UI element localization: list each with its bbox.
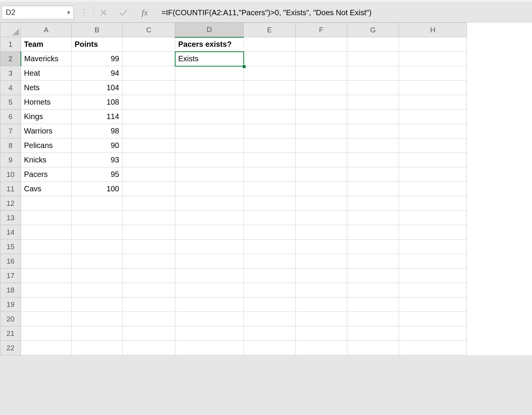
column-header-C[interactable]: C [123, 23, 175, 37]
cell-E18[interactable] [244, 283, 296, 297]
cell-D1[interactable]: Pacers exists? [175, 37, 244, 52]
cell-E16[interactable] [244, 254, 296, 269]
name-box-dropdown-icon[interactable]: ▼ [66, 10, 71, 16]
cell-A2[interactable]: Mavericks [21, 52, 72, 66]
cell-H6[interactable] [399, 110, 467, 124]
cell-H10[interactable] [399, 167, 467, 182]
cell-A21[interactable] [21, 326, 72, 341]
column-header-D[interactable]: D [175, 23, 244, 37]
cell-H14[interactable] [399, 225, 467, 240]
column-header-E[interactable]: E [244, 23, 296, 37]
row-header-10[interactable]: 10 [0, 167, 21, 182]
cell-H19[interactable] [399, 297, 467, 312]
cell-F20[interactable] [296, 312, 347, 326]
cell-E13[interactable] [244, 211, 296, 225]
cell-D8[interactable] [175, 138, 244, 153]
cell-B6[interactable]: 114 [72, 110, 123, 124]
row-header-5[interactable]: 5 [0, 95, 21, 110]
cell-H7[interactable] [399, 124, 467, 138]
cell-B12[interactable] [72, 196, 123, 211]
cell-H17[interactable] [399, 269, 467, 283]
row-header-1[interactable]: 1 [0, 37, 21, 52]
row-header-17[interactable]: 17 [0, 269, 21, 283]
cell-A11[interactable]: Cavs [21, 182, 72, 196]
cell-B11[interactable]: 100 [72, 182, 123, 196]
cell-H8[interactable] [399, 138, 467, 153]
cell-C7[interactable] [123, 124, 175, 138]
cell-F5[interactable] [296, 95, 347, 110]
row-header-7[interactable]: 7 [0, 124, 21, 138]
cell-A8[interactable]: Pelicans [21, 138, 72, 153]
cell-A19[interactable] [21, 297, 72, 312]
row-header-13[interactable]: 13 [0, 211, 21, 225]
cell-G9[interactable] [347, 153, 399, 167]
row-header-14[interactable]: 14 [0, 225, 21, 240]
cell-F9[interactable] [296, 153, 347, 167]
cell-B17[interactable] [72, 269, 123, 283]
cell-B15[interactable] [72, 240, 123, 254]
cell-G6[interactable] [347, 110, 399, 124]
cell-G18[interactable] [347, 283, 399, 297]
cell-E15[interactable] [244, 240, 296, 254]
cell-D12[interactable] [175, 196, 244, 211]
cell-G15[interactable] [347, 240, 399, 254]
row-header-6[interactable]: 6 [0, 110, 21, 124]
cell-D11[interactable] [175, 182, 244, 196]
row-header-4[interactable]: 4 [0, 81, 21, 95]
select-all-corner[interactable] [0, 23, 21, 37]
cell-C3[interactable] [123, 66, 175, 81]
cell-E7[interactable] [244, 124, 296, 138]
cell-F17[interactable] [296, 269, 347, 283]
cell-G20[interactable] [347, 312, 399, 326]
column-header-A[interactable]: A [21, 23, 72, 37]
cell-B8[interactable]: 90 [72, 138, 123, 153]
cell-C19[interactable] [123, 297, 175, 312]
cell-G22[interactable] [347, 341, 399, 355]
cell-H5[interactable] [399, 95, 467, 110]
cell-H4[interactable] [399, 81, 467, 95]
cell-G21[interactable] [347, 326, 399, 341]
cell-C18[interactable] [123, 283, 175, 297]
cell-G19[interactable] [347, 297, 399, 312]
cell-F15[interactable] [296, 240, 347, 254]
cell-B3[interactable]: 94 [72, 66, 123, 81]
cell-C1[interactable] [123, 37, 175, 52]
column-header-G[interactable]: G [347, 23, 399, 37]
cell-H2[interactable] [399, 52, 467, 66]
cell-E3[interactable] [244, 66, 296, 81]
cell-E12[interactable] [244, 196, 296, 211]
cell-G14[interactable] [347, 225, 399, 240]
enter-formula-button[interactable] [113, 3, 133, 22]
row-header-21[interactable]: 21 [0, 326, 21, 341]
cell-B9[interactable]: 93 [72, 153, 123, 167]
cell-A17[interactable] [21, 269, 72, 283]
cell-E5[interactable] [244, 95, 296, 110]
cell-A9[interactable]: Knicks [21, 153, 72, 167]
column-header-B[interactable]: B [72, 23, 123, 37]
cell-E6[interactable] [244, 110, 296, 124]
cell-G3[interactable] [347, 66, 399, 81]
cell-C2[interactable] [123, 52, 175, 66]
row-header-11[interactable]: 11 [0, 182, 21, 196]
cell-D18[interactable] [175, 283, 244, 297]
cell-F10[interactable] [296, 167, 347, 182]
cell-D14[interactable] [175, 225, 244, 240]
cell-C22[interactable] [123, 341, 175, 355]
cell-E19[interactable] [244, 297, 296, 312]
cell-D6[interactable] [175, 110, 244, 124]
cell-E2[interactable] [244, 52, 296, 66]
cell-C13[interactable] [123, 211, 175, 225]
cell-F6[interactable] [296, 110, 347, 124]
cell-F7[interactable] [296, 124, 347, 138]
row-header-15[interactable]: 15 [0, 240, 21, 254]
cell-A20[interactable] [21, 312, 72, 326]
cell-E4[interactable] [244, 81, 296, 95]
cell-B19[interactable] [72, 297, 123, 312]
cell-E11[interactable] [244, 182, 296, 196]
cell-F2[interactable] [296, 52, 347, 66]
cell-E1[interactable] [244, 37, 296, 52]
cell-C20[interactable] [123, 312, 175, 326]
cell-F3[interactable] [296, 66, 347, 81]
cell-H13[interactable] [399, 211, 467, 225]
cell-D4[interactable] [175, 81, 244, 95]
